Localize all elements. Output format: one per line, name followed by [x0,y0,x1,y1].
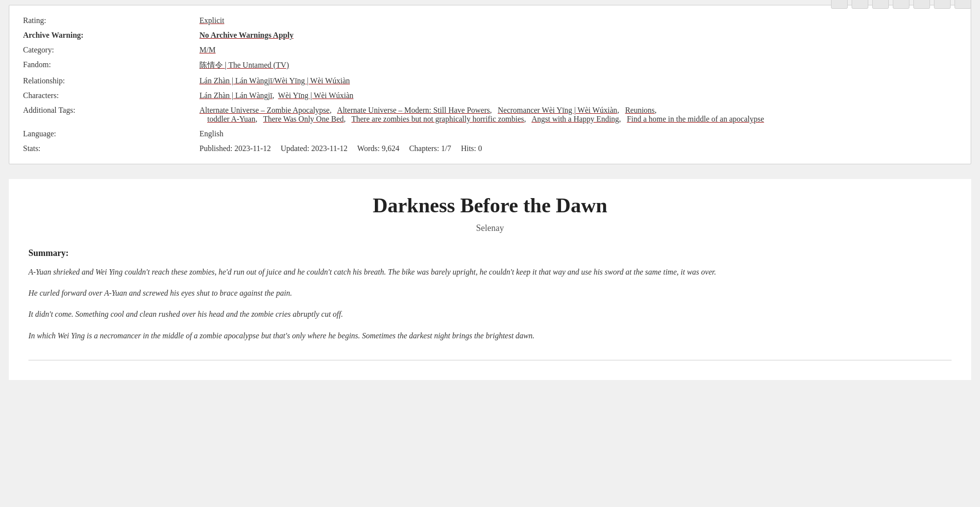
metadata-table: Rating: Explicit Archive Warning: No Arc… [19,13,961,156]
metadata-label-stats: Stats: [19,141,196,156]
summary-section: Summary: A-Yuan shrieked and Wei Ying co… [28,248,952,360]
metadata-row-characters: Characters: Lán Zhàn | Lán Wàngjī, Wèi Y… [19,88,961,103]
tag-one-bed-link[interactable]: There Was Only One Bed [263,115,344,123]
metadata-value-additional-tags: Alternate Universe – Zombie Apocalypse, … [196,103,961,127]
top-button-7[interactable] [955,0,971,9]
top-buttons-bar [0,0,980,5]
tag-angst-link[interactable]: Angst with a Happy Ending [532,115,619,123]
stats-words-value: 9,624 [382,144,399,152]
top-button-4[interactable] [893,0,909,9]
metadata-label-archive-warning: Archive Warning: [19,28,196,43]
top-button-2[interactable] [852,0,868,9]
metadata-label-language: Language: [19,127,196,141]
top-button-5[interactable] [913,0,930,9]
story-content: Darkness Before the Dawn Selenay Summary… [9,179,971,380]
metadata-value-stats: Published: 2023-11-12 Updated: 2023-11-1… [196,141,961,156]
stats-published-value: 2023-11-12 [235,144,271,152]
metadata-box: Rating: Explicit Archive Warning: No Arc… [9,5,971,164]
summary-paragraph-4: In which Wei Ying is a necromancer in th… [28,329,952,342]
metadata-row-additional-tags: Additional Tags: Alternate Universe – Zo… [19,103,961,127]
metadata-label-fandom: Fandom: [19,57,196,74]
metadata-value-archive-warning: No Archive Warnings Apply [196,28,961,43]
metadata-row-relationship: Relationship: Lán Zhàn | Lán Wàngjī/Wèi … [19,74,961,88]
stats-words-label: Words: [357,144,380,152]
metadata-label-rating: Rating: [19,13,196,28]
metadata-value-category: M/M [196,43,961,57]
summary-paragraph-3: It didn't come. Something cool and clean… [28,307,952,321]
metadata-label-additional-tags: Additional Tags: [19,103,196,127]
stats-updated-value: 2023-11-12 [311,144,347,152]
tag-zombies-link[interactable]: There are zombies but not graphically ho… [351,115,524,123]
story-title: Darkness Before the Dawn [28,194,952,217]
metadata-row-stats: Stats: Published: 2023-11-12 Updated: 20… [19,141,961,156]
tag-find-home-link[interactable]: Find a home in the middle of an apocalyp… [627,115,764,123]
summary-paragraph-1: A-Yuan shrieked and Wei Ying couldn't re… [28,265,952,279]
relationship-link[interactable]: Lán Zhàn | Lán Wàngjī/Wèi Yīng | Wèi Wúx… [199,76,350,85]
stats-hits-label: Hits: [461,144,476,152]
metadata-row-language: Language: English [19,127,961,141]
metadata-value-characters: Lán Zhàn | Lán Wàngjī, Wèi Yīng | Wèi Wú… [196,88,961,103]
tag-modern-powers-link[interactable]: Alternate Universe – Modern: Still Have … [337,106,490,114]
top-button-3[interactable] [872,0,889,9]
category-link[interactable]: M/M [199,46,216,54]
metadata-value-language: English [196,127,961,141]
metadata-label-relationship: Relationship: [19,74,196,88]
stats-chapters-value: 1/7 [441,144,451,152]
metadata-row-fandom: Fandom: 陈情令 | The Untamed (TV) [19,57,961,74]
stats-updated-label: Updated: [281,144,310,152]
archive-warning-link[interactable]: No Archive Warnings Apply [199,31,294,39]
metadata-label-characters: Characters: [19,88,196,103]
tag-necromancer-link[interactable]: Necromancer Wèi Yīng | Wèi Wúxiàn [498,106,617,114]
top-button-1[interactable] [831,0,848,9]
tag-reunions-link[interactable]: Reunions [625,106,655,114]
tag-zombie-apocalypse-link[interactable]: Alternate Universe – Zombie Apocalypse [199,106,330,114]
metadata-value-fandom: 陈情令 | The Untamed (TV) [196,57,961,74]
metadata-row-archive-warning: Archive Warning: No Archive Warnings App… [19,28,961,43]
summary-heading: Summary: [28,248,952,258]
metadata-row-category: Category: M/M [19,43,961,57]
fandom-link[interactable]: 陈情令 | The Untamed (TV) [199,61,289,69]
metadata-label-category: Category: [19,43,196,57]
stats-chapters-label: Chapters: [409,144,439,152]
metadata-row-rating: Rating: Explicit [19,13,961,28]
page-wrapper: Rating: Explicit Archive Warning: No Arc… [0,0,980,507]
stats-hits-value: 0 [478,144,482,152]
rating-link[interactable]: Explicit [199,16,224,25]
story-author: Selenay [28,223,952,233]
character-lan-zhan-link[interactable]: Lán Zhàn | Lán Wàngjī [199,91,272,100]
metadata-value-rating: Explicit [196,13,961,28]
top-button-6[interactable] [934,0,951,9]
character-wei-ying-link[interactable]: Wèi Yīng | Wèi Wúxiàn [278,91,353,100]
stats-published-label: Published: [199,144,233,152]
metadata-value-relationship: Lán Zhàn | Lán Wàngjī/Wèi Yīng | Wèi Wúx… [196,74,961,88]
summary-paragraph-2: He curled forward over A-Yuan and screwe… [28,286,952,300]
tag-toddler-link[interactable]: toddler A-Yuan [207,115,255,123]
